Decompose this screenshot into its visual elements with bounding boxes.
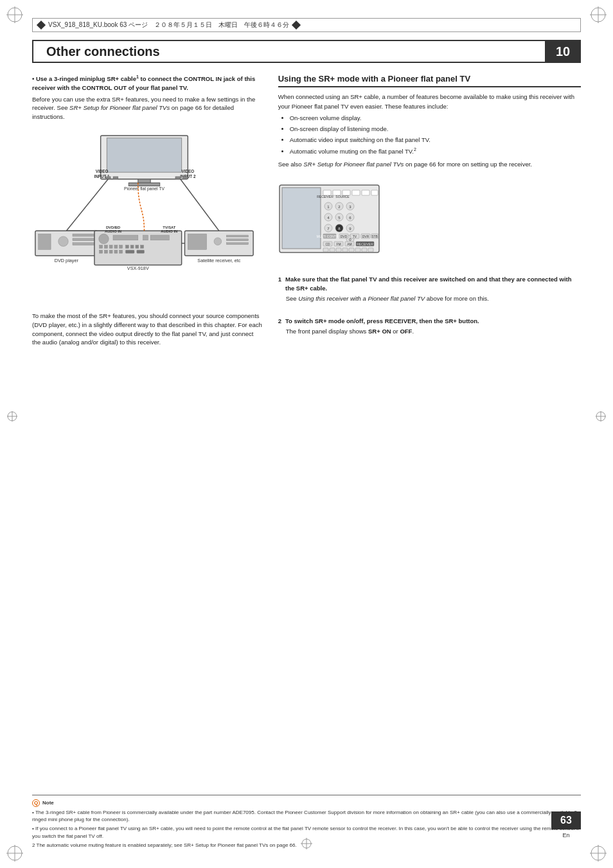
svg-rect-124 <box>330 248 335 252</box>
svg-rect-80 <box>352 190 360 195</box>
list-item: Automatic video input switching on the f… <box>290 136 581 145</box>
section-title: Using the SR+ mode with a Pioneer flat p… <box>278 74 581 87</box>
svg-rect-36 <box>73 243 94 245</box>
diamond-icon-2 <box>292 21 301 30</box>
svg-text:TV: TV <box>352 235 357 238</box>
reg-mark-bottom-center <box>300 837 313 850</box>
svg-text:Pioneer flat panel TV: Pioneer flat panel TV <box>124 186 165 191</box>
note-label: Note <box>42 799 54 806</box>
svg-rect-130 <box>368 248 373 252</box>
svg-text:Satellite receiver, etc: Satellite receiver, etc <box>197 258 240 263</box>
diagram-svg: Pioneer flat panel TV VIDEO INPUT 1 VIDE… <box>32 132 263 299</box>
right-column: Using the SR+ mode with a Pioneer flat p… <box>278 74 581 829</box>
svg-point-40 <box>214 238 222 245</box>
svg-point-46 <box>99 234 109 244</box>
left-column: • Use a 3-ringed miniplug SR+ cable1 to … <box>32 74 263 829</box>
sr-plus-section: Using the SR+ mode with a Pioneer flat p… <box>278 74 581 170</box>
svg-rect-62 <box>114 250 118 253</box>
svg-rect-61 <box>109 250 112 253</box>
svg-text:DVD: DVD <box>340 235 347 238</box>
svg-rect-34 <box>73 234 94 236</box>
svg-rect-32 <box>39 234 51 249</box>
reg-mark-tr <box>589 5 608 24</box>
step-2-block: 2 To switch SR+ mode on/off, press RECEI… <box>278 317 581 336</box>
svg-rect-58 <box>141 245 144 249</box>
reg-mark-tl <box>5 5 24 24</box>
step-2-header: 2 To switch SR+ mode on/off, press RECEI… <box>278 317 581 326</box>
svg-rect-63 <box>120 250 123 253</box>
svg-rect-47 <box>113 235 138 240</box>
section-body: When connected using an SR+ cable, a num… <box>278 93 581 170</box>
diamond-icon <box>37 21 46 30</box>
svg-rect-39 <box>188 234 206 249</box>
svg-text:AUDIO IN: AUDIO IN <box>161 229 177 233</box>
svg-text:FM: FM <box>336 242 341 246</box>
step-2-number: 2 <box>278 317 281 326</box>
list-item: Automatic volume muting on the flat pane… <box>290 146 581 157</box>
page-header: Other connections 10 <box>32 40 581 63</box>
svg-rect-30 <box>183 177 188 179</box>
svg-text:VSX-918V: VSX-918V <box>127 265 149 271</box>
note-icon: Q <box>32 799 40 807</box>
connection-diagram: Pioneer flat panel TV VIDEO INPUT 1 VIDE… <box>32 132 263 299</box>
svg-rect-129 <box>362 248 367 252</box>
step-1-header: 1 Make sure that the flat panel TV and t… <box>278 275 581 293</box>
svg-rect-42 <box>226 239 248 241</box>
page-title: Other connections <box>46 44 160 59</box>
svg-rect-82 <box>371 190 378 195</box>
svg-text:RECEIVER: RECEIVER <box>357 242 373 246</box>
svg-rect-55 <box>125 245 129 249</box>
reg-mark-left <box>6 411 18 422</box>
page-title-box: Other connections <box>32 40 545 63</box>
svg-rect-125 <box>336 248 341 252</box>
svg-text:SOURCE: SOURCE <box>335 195 350 199</box>
svg-text:AM: AM <box>347 242 352 246</box>
svg-rect-54 <box>120 245 123 249</box>
reg-mark-right <box>595 411 607 422</box>
svg-rect-19 <box>107 138 181 172</box>
svg-rect-128 <box>355 248 360 252</box>
svg-rect-59 <box>100 250 103 253</box>
receiver-panel-svg: 1 2 3 4 5 6 7 8 9 0 M <box>278 184 381 254</box>
svg-rect-81 <box>362 190 369 195</box>
svg-text:STB: STB <box>371 235 378 238</box>
svg-rect-56 <box>130 245 134 249</box>
svg-text:AUDIO IN: AUDIO IN <box>105 229 121 233</box>
intro-text: • Use a 3-ringed miniplug SR+ cable1 to … <box>32 74 263 121</box>
svg-rect-65 <box>137 250 145 253</box>
svg-text:DVD player: DVD player <box>55 258 79 263</box>
file-info-text: VSX_918_818_KU.book 63 ページ ２０８年５月１５日 木曜日… <box>48 21 289 30</box>
svg-text:DVR: DVR <box>362 235 369 238</box>
svg-rect-57 <box>136 245 139 249</box>
svg-rect-53 <box>114 245 118 249</box>
svg-text:MULTI CONTROL: MULTI CONTROL <box>316 235 342 238</box>
reg-mark-br <box>589 844 608 863</box>
svg-rect-28 <box>113 177 118 179</box>
svg-rect-60 <box>104 250 107 253</box>
remote-image-area: 1 2 3 4 5 6 7 8 9 0 M <box>278 184 581 254</box>
svg-rect-35 <box>73 238 94 241</box>
svg-text:VIDEO: VIDEO <box>182 169 195 173</box>
svg-text:VIDEO: VIDEO <box>96 169 109 173</box>
file-info-bar: VSX_918_818_KU.book 63 ページ ２０８年５月１５日 木曜日… <box>32 18 581 32</box>
svg-rect-123 <box>323 248 328 252</box>
svg-rect-126 <box>342 248 348 252</box>
list-item: On-screen volume display. <box>290 114 581 123</box>
note-1: • The 3-ringed SR+ cable from Pioneer is… <box>32 809 581 823</box>
svg-rect-64 <box>125 250 134 253</box>
reg-mark-bl <box>5 844 24 863</box>
note-header: Q Note <box>32 799 581 807</box>
main-content: • Use a 3-ringed miniplug SR+ cable1 to … <box>32 74 581 829</box>
svg-rect-48 <box>143 235 148 240</box>
svg-line-71 <box>66 179 108 231</box>
svg-rect-29 <box>175 177 181 179</box>
svg-rect-51 <box>104 245 107 249</box>
step-1-number: 1 <box>278 275 281 293</box>
svg-line-72 <box>181 179 219 231</box>
svg-point-33 <box>58 236 69 247</box>
svg-rect-43 <box>226 243 248 245</box>
svg-text:RECEIVER: RECEIVER <box>317 195 333 199</box>
list-item: On-screen display of listening mode. <box>290 125 581 134</box>
svg-rect-27 <box>105 177 111 179</box>
chapter-number: 10 <box>545 40 581 63</box>
